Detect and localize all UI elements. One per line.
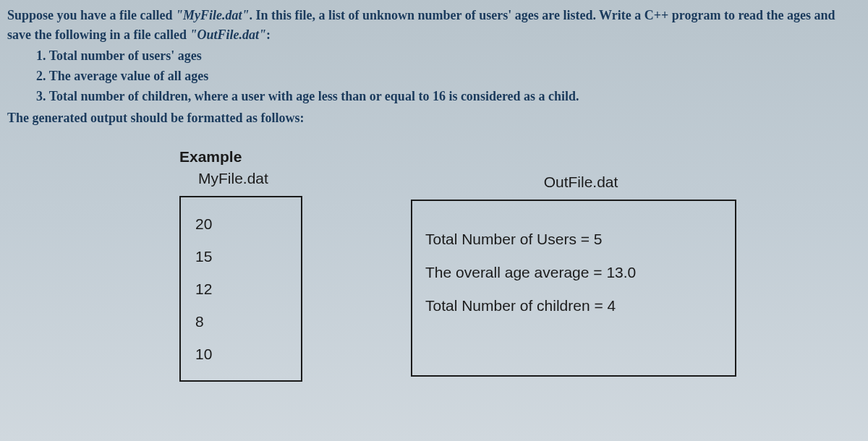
input-value: 8	[195, 305, 289, 338]
list-item: 2. The average value of all ages	[36, 67, 861, 87]
input-value: 15	[195, 240, 289, 273]
input-value: 12	[195, 273, 289, 305]
input-file-label: MyFile.dat	[198, 170, 396, 187]
requirements-list: 1. Total number of users' ages 2. The av…	[7, 46, 861, 107]
document-body: Suppose you have a file called "MyFile.d…	[0, 0, 868, 388]
output-line: Total Number of children = 4	[425, 289, 722, 322]
output-line: Total Number of Users = 5	[425, 223, 722, 256]
format-note: The generated output should be formatted…	[7, 108, 861, 128]
output-file-box: Total Number of Users = 5 The overall ag…	[411, 200, 736, 377]
output-column: OutFile.dat Total Number of Users = 5 Th…	[411, 148, 751, 377]
input-filename-ref: "MyFile.dat"	[176, 8, 249, 22]
example-heading: Example	[179, 148, 396, 166]
output-filename-ref: "OutFile.dat"	[190, 27, 266, 42]
intro-paragraph: Suppose you have a file called "MyFile.d…	[7, 6, 861, 45]
output-line: The overall age average = 13.0	[425, 256, 722, 289]
input-value: 20	[195, 207, 289, 240]
output-file-label: OutFile.dat	[411, 174, 751, 191]
list-item: 3. Total number of children, where a use…	[36, 87, 861, 107]
intro-text-1: Suppose you have a file called	[7, 8, 176, 22]
intro-text-3: :	[266, 27, 271, 42]
list-item: 1. Total number of users' ages	[36, 46, 861, 67]
input-file-box: 20 15 12 8 10	[179, 196, 302, 382]
input-value: 10	[195, 338, 289, 370]
input-column: Example MyFile.dat 20 15 12 8 10	[179, 148, 396, 382]
example-section: Example MyFile.dat 20 15 12 8 10 OutFile…	[179, 148, 861, 382]
